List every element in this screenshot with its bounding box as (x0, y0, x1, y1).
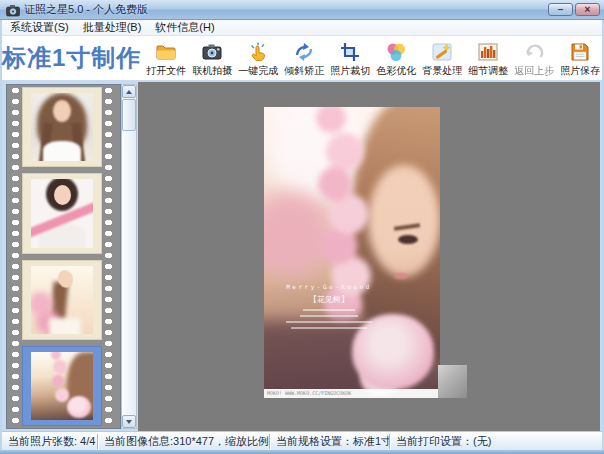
tool-label: 背景处理 (422, 64, 462, 78)
one-click-finish-icon (247, 41, 269, 63)
minimize-button[interactable]: – (548, 3, 573, 16)
status-spec-setting: 当前规格设置：标准1寸 (270, 434, 390, 449)
close-button[interactable]: × (575, 3, 600, 16)
thumbnail-portrait-3[interactable] (22, 260, 102, 340)
app-window: 证照之星5.0 - 个人免费版 – × 系统设置(S) 批量处理(B) 软件信息… (0, 0, 604, 454)
thumbnail-photo-2 (31, 179, 93, 247)
photo-caption-line (303, 309, 355, 311)
photo-text-block: Merry-Go-Round 【花见树】 (270, 283, 388, 329)
detail-adjust-icon (477, 41, 499, 63)
status-print-setting: 当前打印设置：(无) (390, 434, 540, 449)
scroll-up-button[interactable] (122, 85, 136, 98)
window-controls: – × (548, 3, 600, 16)
thumbnail-photo-1 (31, 93, 93, 161)
tool-undo-step[interactable]: 返回上步 (511, 41, 557, 78)
photo-save-icon (569, 41, 591, 63)
photo-crop-icon (339, 41, 361, 63)
menu-batch-process[interactable]: 批量处理(B) (83, 20, 142, 35)
photo-watermark: MOKO! WWW.MOKO.CC/PINGOCOKOK (264, 389, 440, 398)
tool-open-file[interactable]: 打开文件 (143, 41, 189, 78)
photo-caption-line (300, 315, 358, 317)
tool-label: 色彩优化 (376, 64, 416, 78)
tool-label: 联机拍摄 (192, 64, 232, 78)
menu-system-settings[interactable]: 系统设置(S) (10, 20, 69, 35)
thumbnail-photo-3 (31, 266, 93, 334)
tool-background-process[interactable]: 背景处理 (419, 41, 465, 78)
tilt-correction-icon (293, 41, 315, 63)
tool-label: 照片保存 (560, 64, 600, 78)
chevron-down-icon (126, 420, 132, 424)
preview-canvas: Merry-Go-Round 【花见树】 MOKO! WWW.MOKO.CC/P… (138, 82, 600, 431)
filmstrip (6, 84, 121, 429)
photo-caption-line (291, 327, 367, 329)
chevron-up-icon (126, 90, 132, 94)
preview-photo: Merry-Go-Round 【花见树】 MOKO! WWW.MOKO.CC/P… (264, 107, 440, 398)
menu-software-info[interactable]: 软件信息(H) (155, 20, 214, 35)
tool-photo-save[interactable]: 照片保存 (557, 41, 603, 78)
open-file-icon (155, 41, 177, 63)
gray-overlay-box (438, 365, 467, 398)
thumbnail-portrait-4-selected[interactable] (22, 346, 102, 426)
menubar: 系统设置(S) 批量处理(B) 软件信息(H) (2, 20, 602, 36)
tool-tilt-correction[interactable]: 倾斜矫正 (281, 41, 327, 78)
filmstrip-scrollbar[interactable] (121, 84, 137, 429)
thumbnail-photo-4 (31, 352, 93, 420)
undo-step-icon (523, 41, 545, 63)
tool-detail-adjust[interactable]: 细节调整 (465, 41, 511, 78)
thumbnail-portrait-2[interactable] (22, 173, 102, 253)
titlebar[interactable]: 证照之星5.0 - 个人免费版 – × (0, 0, 604, 20)
film-sprocket-holes-left (11, 85, 20, 428)
camera-capture-icon (201, 41, 223, 63)
status-image-info: 当前图像信息:310*477，缩放比例 100% (98, 434, 270, 449)
photo-caption-line (286, 321, 372, 323)
tool-label: 打开文件 (146, 64, 186, 78)
statusbar: 当前照片张数: 4/4 当前图像信息:310*477，缩放比例 100% 当前规… (2, 431, 602, 450)
window-title: 证照之星5.0 - 个人免费版 (24, 2, 148, 17)
tool-color-optimize[interactable]: 色彩优化 (373, 41, 419, 78)
background-process-icon (431, 41, 453, 63)
status-photo-count: 当前照片张数: 4/4 (2, 434, 98, 449)
toolbar-tools: 打开文件 联机拍摄 一键完成 倾斜矫正 (141, 36, 604, 80)
mode-title: 标准1寸制作 (2, 36, 141, 80)
photo-overlay-caption: 【花见树】 (270, 294, 388, 305)
tool-label: 返回上步 (514, 64, 554, 78)
tool-camera-capture[interactable]: 联机拍摄 (189, 41, 235, 78)
scrollbar-thumb[interactable] (122, 99, 136, 131)
film-sprocket-holes-right (104, 85, 113, 428)
photo-overlay-title: Merry-Go-Round (270, 283, 388, 290)
scroll-down-button[interactable] (122, 415, 136, 428)
app-icon (6, 3, 20, 16)
toolbar: 标准1寸制作 打开文件 联机拍摄 一键完成 (2, 36, 602, 80)
tool-label: 一键完成 (238, 64, 278, 78)
tool-one-click-finish[interactable]: 一键完成 (235, 41, 281, 78)
tool-label: 细节调整 (468, 64, 508, 78)
tool-label: 照片裁切 (330, 64, 370, 78)
tool-label: 倾斜矫正 (284, 64, 324, 78)
tool-photo-crop[interactable]: 照片裁切 (327, 41, 373, 78)
thumbnail-list (22, 87, 102, 426)
content-area: Merry-Go-Round 【花见树】 MOKO! WWW.MOKO.CC/P… (2, 80, 602, 431)
window-bottom-edge (0, 450, 604, 454)
color-optimize-icon (385, 41, 407, 63)
photo-tint-overlay (264, 107, 440, 398)
thumbnail-portrait-1[interactable] (22, 87, 102, 167)
